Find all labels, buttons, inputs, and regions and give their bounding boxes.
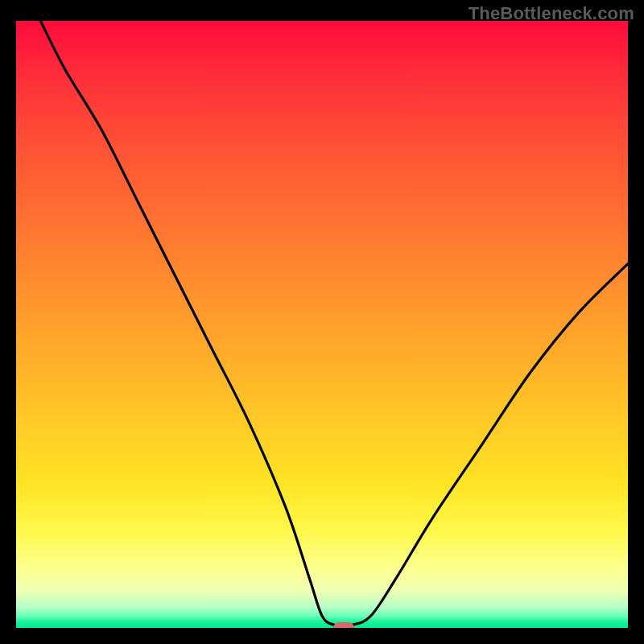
minimum-marker <box>333 622 354 628</box>
bottleneck-curve <box>16 21 628 628</box>
watermark-label: TheBottleneck.com <box>469 3 634 24</box>
chart-frame: TheBottleneck.com <box>0 0 644 644</box>
plot-area <box>16 21 628 628</box>
curve-path <box>40 21 628 626</box>
